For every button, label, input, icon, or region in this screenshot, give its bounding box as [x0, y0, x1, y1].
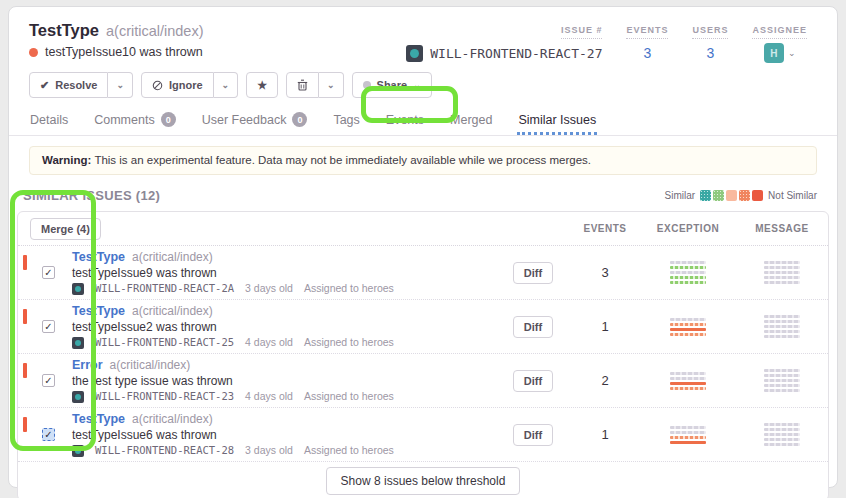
tab-label: Events: [386, 113, 424, 127]
delete-button[interactable]: [286, 72, 319, 98]
row-checkbox[interactable]: ✓: [42, 320, 55, 333]
ignore-button[interactable]: Ignore: [141, 72, 214, 98]
diff-button[interactable]: Diff: [513, 370, 553, 392]
tab-label: Details: [30, 113, 68, 127]
similarity-stripe: [764, 276, 800, 279]
row-issue-title[interactable]: TestType: [72, 250, 125, 264]
exception-similarity-bars: [670, 318, 706, 336]
message-column-header: MESSAGE: [736, 223, 828, 234]
assignee-stat-label: ASSIGNEE: [752, 25, 807, 39]
diff-button[interactable]: Diff: [513, 262, 553, 284]
similar-issue-row: ✓TestTypea(critical/index)testTypeIssue9…: [18, 246, 828, 300]
row-right-cells: Diff1: [496, 423, 828, 446]
row-content: TestTypea(critical/index)testTypeIssue9 …: [72, 250, 394, 295]
row-issue-title[interactable]: Error: [72, 358, 103, 372]
row-assigned: Assigned to heroes: [304, 444, 394, 457]
issue-number-label: ISSUE #: [561, 25, 603, 39]
show-below-threshold-button[interactable]: Show 8 issues below threshold: [326, 467, 521, 495]
similarity-stripe: [670, 441, 706, 444]
similarity-stripe: [764, 281, 800, 284]
row-issue-message: the test type issue was thrown: [72, 374, 394, 388]
row-issue-title[interactable]: TestType: [72, 412, 125, 426]
resolve-button[interactable]: ✔Resolve: [29, 72, 108, 98]
error-level-bar: [23, 417, 27, 432]
row-checkbox[interactable]: ✓: [42, 266, 55, 279]
tab-merged[interactable]: Merged: [449, 106, 493, 135]
row-issue-message: testTypeIssue9 was thrown: [72, 266, 394, 280]
row-age: 3 days old: [245, 444, 293, 457]
events-count: 2: [601, 373, 608, 388]
tab-events[interactable]: Events: [385, 106, 425, 135]
diff-button[interactable]: Diff: [513, 424, 553, 446]
check-icon: ✔: [40, 79, 49, 92]
assignee-selector[interactable]: H ⌄: [752, 43, 807, 63]
chevron-down-icon: ⌄: [222, 81, 230, 90]
issue-detail-card: TestTypea(critical/index) testTypeIssue1…: [8, 6, 838, 488]
share-button[interactable]: Share⌄: [352, 72, 432, 98]
issue-short-id[interactable]: WILL-FRONTEND-REACT-27: [430, 46, 602, 61]
similarity-stripe: [764, 374, 800, 377]
row-title-line: TestTypea(critical/index): [72, 250, 394, 264]
exception-similarity-bars: [670, 372, 706, 390]
row-issue-culprit: a(critical/index): [132, 412, 213, 426]
row-meta-line: WILL-FRONTEND-REACT-2A3 days oldAssigned…: [72, 282, 394, 295]
row-meta-line: WILL-FRONTEND-REACT-283 days oldAssigned…: [72, 444, 394, 457]
message-similarity-bars: [764, 369, 800, 392]
row-issue-culprit: a(critical/index): [110, 358, 191, 372]
similarity-swatch-orange: [739, 190, 750, 201]
issue-header: TestTypea(critical/index) testTypeIssue1…: [9, 7, 837, 98]
resolve-dropdown-button[interactable]: ⌄: [108, 72, 133, 98]
issue-culprit: a(critical/index): [106, 23, 204, 39]
warning-text: This is an experimental feature. Data ma…: [91, 154, 591, 166]
merge-button[interactable]: Merge (4): [30, 218, 101, 240]
tab-user-feedback[interactable]: User Feedback0: [201, 106, 309, 135]
share-icon: [363, 81, 371, 89]
message-similarity-bars: [764, 261, 800, 284]
similarity-stripe: [764, 320, 800, 323]
error-level-bar: [23, 309, 27, 324]
row-assigned: Assigned to heroes: [304, 282, 394, 295]
similarity-stripe: [764, 330, 800, 333]
row-checkbox[interactable]: ✓: [42, 428, 55, 441]
row-content: Errora(critical/index)the test type issu…: [72, 358, 394, 403]
similarity-stripe: [670, 333, 706, 336]
delete-dropdown-button[interactable]: ⌄: [319, 72, 344, 98]
diff-cell: Diff: [496, 262, 570, 284]
tab-label: Similar Issues: [518, 113, 596, 127]
events-cell: 2: [570, 373, 640, 388]
error-level-dot: [29, 48, 38, 57]
exception-cell: [640, 261, 736, 284]
tab-count-badge: 0: [292, 112, 307, 127]
users-stat-value[interactable]: 3: [692, 45, 728, 61]
tab-label: User Feedback: [202, 113, 287, 127]
similarity-stripe: [670, 271, 706, 274]
events-stat-value[interactable]: 3: [626, 45, 668, 61]
tab-label: Comments: [94, 113, 154, 127]
issue-tabbar: DetailsComments0User Feedback0TagsEvents…: [9, 106, 837, 136]
exception-cell: [640, 426, 736, 444]
similarity-stripe: [670, 372, 706, 375]
diff-cell: Diff: [496, 316, 570, 338]
diff-button[interactable]: Diff: [513, 316, 553, 338]
row-issue-message: testTypeIssue6 was thrown: [72, 428, 394, 442]
events-count: 1: [601, 427, 608, 442]
tab-details[interactable]: Details: [29, 106, 69, 135]
tab-similar-issues[interactable]: Similar Issues: [517, 106, 597, 135]
row-short-id: WILL-FRONTEND-REACT-23: [95, 390, 234, 403]
similar-issues-heading: SIMILAR ISSUES (12): [23, 188, 160, 203]
similar-issue-row: ✓Errora(critical/index)the test type iss…: [18, 354, 828, 408]
issue-message: testTypeIssue10 was thrown: [45, 45, 203, 59]
similarity-stripe: [670, 328, 706, 331]
assignee-avatar[interactable]: H: [764, 43, 784, 63]
similarity-stripe: [764, 266, 800, 269]
row-issue-title[interactable]: TestType: [72, 304, 125, 318]
bookmark-button[interactable]: ★: [246, 72, 278, 98]
tab-comments[interactable]: Comments0: [93, 106, 176, 135]
similarity-stripe: [670, 323, 706, 326]
tab-tags[interactable]: Tags: [332, 106, 360, 135]
error-level-bar: [23, 255, 27, 270]
similarity-stripe: [764, 335, 800, 338]
similarity-stripe: [670, 431, 706, 434]
ignore-dropdown-button[interactable]: ⌄: [214, 72, 239, 98]
row-checkbox[interactable]: ✓: [42, 374, 55, 387]
